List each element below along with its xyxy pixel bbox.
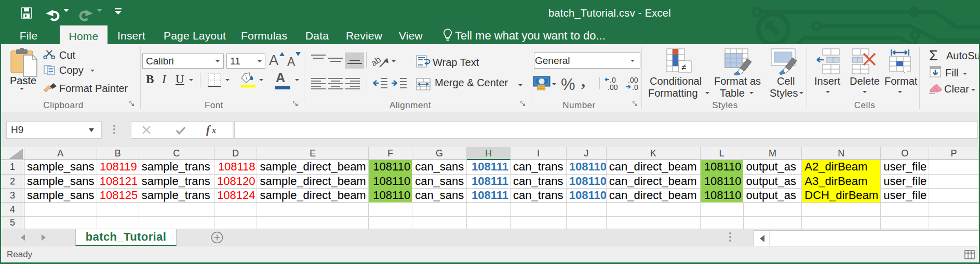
svg-text:.0: .0 <box>632 83 638 90</box>
svg-text:.00: .00 <box>608 83 618 90</box>
svg-text:ab: ab <box>372 56 383 68</box>
svg-text:≠: ≠ <box>681 62 686 72</box>
